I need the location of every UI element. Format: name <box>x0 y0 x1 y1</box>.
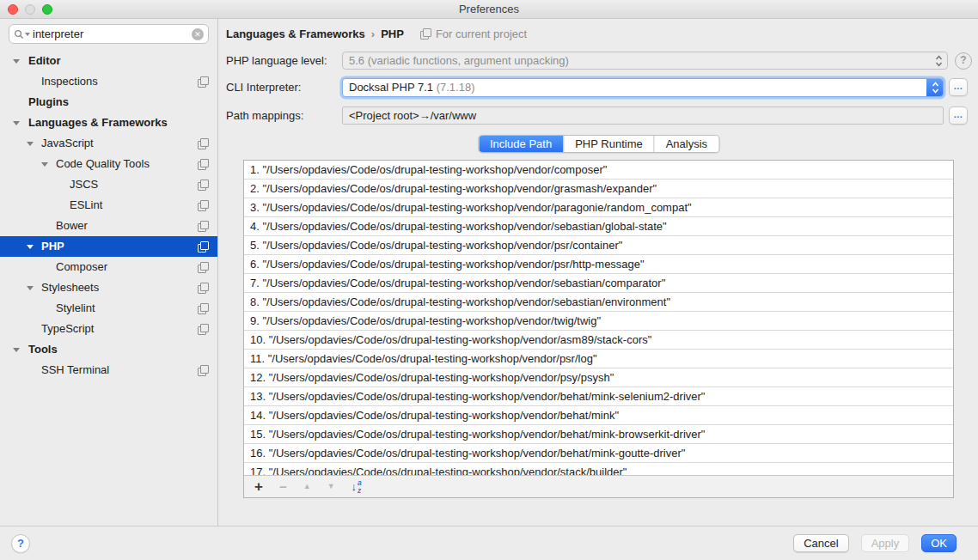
tree-item-javascript[interactable]: JavaScript <box>0 133 217 154</box>
search-icon[interactable] <box>14 29 30 40</box>
tab-include-path[interactable]: Include Path <box>479 136 563 152</box>
apply-button: Apply <box>861 534 910 552</box>
tree-item-label: JavaScript <box>41 137 94 149</box>
include-path-panel: 1. "/Users/opdavies/Code/os/drupal-testi… <box>243 160 954 498</box>
tree-item-label: JSCS <box>70 178 98 191</box>
chevron-expanded-icon[interactable] <box>41 162 48 167</box>
include-path-row[interactable]: 6. "/Users/opdavies/Code/os/drupal-testi… <box>244 255 953 274</box>
include-path-row[interactable]: 13. "/Users/opdavies/Code/os/drupal-test… <box>244 387 953 406</box>
tree-item-label: Stylesheets <box>41 281 99 294</box>
for-current-project-icon <box>198 200 209 211</box>
help-icon[interactable]: ? <box>955 52 972 70</box>
tree-item-label: ESLint <box>70 198 102 211</box>
tree-item-label: SSH Terminal <box>41 363 109 376</box>
settings-tree: Editor Inspections Plugins Languages & F… <box>0 51 217 380</box>
search-input[interactable] <box>33 27 189 40</box>
clear-search-icon[interactable]: ✕ <box>192 28 204 40</box>
chevron-expanded-icon[interactable] <box>27 245 34 249</box>
help-button[interactable]: ? <box>11 534 30 553</box>
include-path-row[interactable]: 2. "/Users/opdavies/Code/os/drupal-testi… <box>244 180 953 198</box>
cli-interpreter-value: Docksal PHP 7.1 <box>349 81 433 94</box>
zoom-button[interactable] <box>42 4 52 15</box>
chevron-expanded-icon[interactable] <box>27 142 34 146</box>
for-current-project-icon <box>198 159 209 170</box>
tree-item-typescript[interactable]: TypeScript <box>0 319 217 339</box>
tree-item-php[interactable]: PHP <box>0 236 217 257</box>
for-current-project-icon <box>420 28 431 40</box>
tree-item-eslint[interactable]: ESLint <box>0 195 217 216</box>
move-down-icon: ▼ <box>327 483 335 490</box>
tree-item-stylelint[interactable]: Stylelint <box>0 298 217 319</box>
dropdown-button-icon[interactable] <box>926 78 944 97</box>
close-button[interactable] <box>8 4 18 15</box>
include-path-row[interactable]: 15. "/Users/opdavies/Code/os/drupal-test… <box>244 425 953 444</box>
list-toolbar: + − ▲ ▼ ↓ a z <box>244 475 953 497</box>
window-title: Preferences <box>459 3 519 15</box>
for-current-project-icon <box>198 138 209 149</box>
tree-item-label: Stylelint <box>56 301 95 314</box>
breadcrumb-parent[interactable]: Languages & Frameworks <box>226 27 365 40</box>
tab-php-runtime[interactable]: PHP Runtime <box>563 136 654 152</box>
include-path-row[interactable]: 11. "/Users/opdavies/Code/os/drupal-test… <box>244 350 953 368</box>
tree-item-label: Tools <box>28 343 58 356</box>
cli-interpreter-select[interactable]: Docksal PHP 7.1 (7.1.18) <box>342 78 944 97</box>
breadcrumb-current: PHP <box>381 27 404 40</box>
scope-indicator: For current project <box>420 27 527 40</box>
chevron-expanded-icon[interactable] <box>13 348 20 352</box>
ok-button[interactable]: OK <box>921 534 957 552</box>
minimize-button <box>25 4 35 15</box>
tree-item-bower[interactable]: Bower <box>0 216 217 236</box>
traffic-lights <box>8 4 52 15</box>
tab-analysis[interactable]: Analysis <box>654 136 718 152</box>
include-path-row[interactable]: 3. "/Users/opdavies/Code/os/drupal-testi… <box>244 198 953 217</box>
include-path-list: 1. "/Users/opdavies/Code/os/drupal-testi… <box>244 161 953 475</box>
php-settings-tabs: Include Path PHP Runtime Analysis <box>478 135 719 153</box>
sort-alphabetically-icon[interactable]: ↓ a z <box>351 479 362 494</box>
tree-item-jscs[interactable]: JSCS <box>0 174 217 195</box>
for-current-project-icon <box>198 241 209 253</box>
tree-item-editor[interactable]: Editor <box>0 51 217 71</box>
for-current-project-icon <box>198 221 209 232</box>
include-path-row[interactable]: 4. "/Users/opdavies/Code/os/drupal-testi… <box>244 217 953 236</box>
cli-browse-button[interactable]: ... <box>949 78 968 96</box>
tree-item-tools[interactable]: Tools <box>0 339 217 360</box>
include-path-row[interactable]: 8. "/Users/opdavies/Code/os/drupal-testi… <box>244 293 953 312</box>
cancel-button[interactable]: Cancel <box>793 534 848 552</box>
include-path-row[interactable]: 16. "/Users/opdavies/Code/os/drupal-test… <box>244 444 953 463</box>
include-path-row[interactable]: 14. "/Users/opdavies/Code/os/drupal-test… <box>244 406 953 425</box>
include-path-row[interactable]: 5. "/Users/opdavies/Code/os/drupal-testi… <box>244 236 953 255</box>
path-mappings-field[interactable]: <Project root>→/var/www <box>342 107 944 125</box>
add-icon[interactable]: + <box>254 479 263 494</box>
chevron-expanded-icon[interactable] <box>13 59 20 64</box>
tree-item-composer[interactable]: Composer <box>0 257 217 277</box>
tree-item-code-quality-tools[interactable]: Code Quality Tools <box>0 154 217 174</box>
tree-item-languages-frameworks[interactable]: Languages & Frameworks <box>0 113 217 133</box>
tree-item-inspections[interactable]: Inspections <box>0 71 217 92</box>
search-options-arrow-icon[interactable] <box>25 33 30 36</box>
language-level-label: PHP language level: <box>226 52 327 70</box>
for-current-project-icon <box>198 303 209 314</box>
tree-item-ssh-terminal[interactable]: SSH Terminal <box>0 360 217 380</box>
include-path-row[interactable]: 9. "/Users/opdavies/Code/os/drupal-testi… <box>244 312 953 331</box>
cli-interpreter-version-text: (7.1.18) <box>437 81 475 94</box>
remove-icon: − <box>279 480 287 493</box>
scope-label: For current project <box>436 27 527 40</box>
include-path-row[interactable]: 1. "/Users/opdavies/Code/os/drupal-testi… <box>244 161 953 180</box>
search-field[interactable]: ✕ <box>9 24 209 44</box>
tree-item-plugins[interactable]: Plugins <box>0 92 217 113</box>
chevron-expanded-icon[interactable] <box>27 286 34 290</box>
tree-item-label: TypeScript <box>41 322 94 335</box>
include-path-row[interactable]: 10. "/Users/opdavies/Code/os/drupal-test… <box>244 331 953 350</box>
cli-interpreter-label: CLI Interpreter: <box>226 78 301 96</box>
dropdown-stepper-icon[interactable] <box>935 54 943 70</box>
dialog-footer: ? Cancel Apply OK <box>0 526 978 560</box>
path-mappings-browse-button[interactable]: ... <box>949 107 968 125</box>
tree-item-stylesheets[interactable]: Stylesheets <box>0 277 217 298</box>
language-level-select[interactable]: 5.6 (variadic functions, argument unpack… <box>342 52 948 70</box>
chevron-expanded-icon[interactable] <box>13 121 20 125</box>
settings-sidebar: ✕ Editor Inspections Plugins Languages &… <box>0 19 218 526</box>
include-path-row[interactable]: 12. "/Users/opdavies/Code/os/drupal-test… <box>244 368 953 387</box>
include-path-row[interactable]: 7. "/Users/opdavies/Code/os/drupal-testi… <box>244 274 953 293</box>
include-path-row[interactable]: 17. "/Users/opdavies/Code/os/drupal-test… <box>244 463 953 475</box>
for-current-project-icon <box>198 180 209 191</box>
